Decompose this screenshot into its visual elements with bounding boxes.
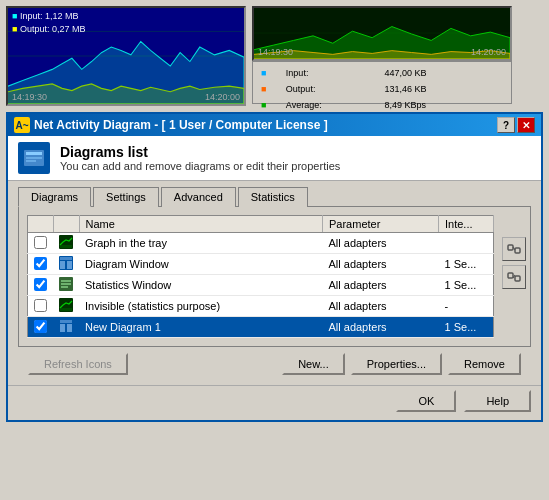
output-value-right: 131,46 KB <box>382 82 505 96</box>
row-checkbox[interactable] <box>34 236 47 249</box>
left-graph: ■ Input: 1,12 MB ■ Output: 0,27 MB Max: … <box>6 6 246 106</box>
title-bar-buttons: ? ✕ <box>497 117 535 133</box>
right-stats-panel: ■ Input: 447,00 KB ■ Output: 131,46 KB ■… <box>252 61 512 104</box>
col-parameter: Parameter <box>322 216 438 233</box>
title-bar-left: A~ Net Activity Diagram - [ 1 User / Com… <box>14 117 328 133</box>
row-parameter: All adapters <box>322 254 438 275</box>
link-up-button[interactable] <box>502 237 526 261</box>
row-checkbox[interactable] <box>34 278 47 291</box>
dialog-footer: OK Help <box>8 385 541 420</box>
svg-rect-23 <box>60 324 65 332</box>
row-icon <box>53 254 79 275</box>
row-checkbox[interactable] <box>34 299 47 312</box>
row-parameter: All adapters <box>322 275 438 296</box>
bottom-left-buttons: Refresh Icons <box>28 353 128 375</box>
avg-value-right: 8,49 KBps <box>382 98 505 112</box>
time-end-left: 14:20:00 <box>205 92 240 102</box>
svg-rect-14 <box>67 261 72 269</box>
link-down-icon <box>506 269 522 285</box>
title-bar: A~ Net Activity Diagram - [ 1 User / Com… <box>8 114 541 136</box>
refresh-icons-button[interactable]: Refresh Icons <box>28 353 128 375</box>
row-icon <box>53 296 79 317</box>
row-name: Statistics Window <box>79 275 322 296</box>
table-row[interactable]: Statistics WindowAll adapters1 Se... <box>28 275 494 296</box>
col-check <box>28 216 54 233</box>
close-button[interactable]: ✕ <box>517 117 535 133</box>
help-dialog-button[interactable]: Help <box>464 390 531 412</box>
row-name: Graph in the tray <box>79 233 322 254</box>
header-text: Diagrams list You can add and remove dia… <box>60 144 340 172</box>
row-parameter: All adapters <box>322 233 438 254</box>
row-interval: 1 Se... <box>439 317 494 338</box>
svg-rect-13 <box>60 261 65 269</box>
table-row[interactable]: New Diagram 1All adapters1 Se... <box>28 317 494 338</box>
input-label-text: Input: <box>20 11 43 21</box>
remove-button[interactable]: Remove <box>448 353 521 375</box>
dialog-header: Diagrams list You can add and remove dia… <box>8 136 541 181</box>
table-row[interactable]: Diagram WindowAll adapters1 Se... <box>28 254 494 275</box>
main-window: A~ Net Activity Diagram - [ 1 User / Com… <box>6 112 543 422</box>
bottom-right-buttons: New... Properties... Remove <box>282 353 521 375</box>
time-end-right: 14:20:00 <box>471 47 506 57</box>
time-start-right: 14:19:30 <box>258 47 293 57</box>
right-graph: 16 KB 8 KB 14:19:30 14:20:00 <box>252 6 512 61</box>
row-name: Diagram Window <box>79 254 322 275</box>
tab-settings[interactable]: Settings <box>93 187 159 207</box>
svg-rect-25 <box>508 245 513 250</box>
svg-rect-28 <box>508 273 513 278</box>
row-checkbox[interactable] <box>34 257 47 270</box>
input-value-right: 447,00 KB <box>382 66 505 80</box>
output-value: 0,27 MB <box>52 24 86 34</box>
avg-label-right: Average: <box>284 98 381 112</box>
time-axis-left: 14:19:30 14:20:00 <box>8 92 244 102</box>
row-name: Invisible (statistics purpose) <box>79 296 322 317</box>
input-dot-right: ■ <box>259 66 282 80</box>
row-interval: - <box>439 296 494 317</box>
table-row[interactable]: Graph in the trayAll adapters <box>28 233 494 254</box>
new-button[interactable]: New... <box>282 353 345 375</box>
graph-labels-left: ■ Input: 1,12 MB ■ Output: 0,27 MB <box>12 10 86 36</box>
row-interval <box>439 233 494 254</box>
tab-statistics[interactable]: Statistics <box>238 187 308 207</box>
svg-rect-20 <box>60 308 72 311</box>
col-interval: Inte... <box>439 216 494 233</box>
row-name: New Diagram 1 <box>79 317 322 338</box>
svg-rect-6 <box>26 152 42 155</box>
svg-rect-12 <box>60 257 72 260</box>
bottom-buttons: Refresh Icons New... Properties... Remov… <box>18 347 531 379</box>
input-label-right: Input: <box>284 66 381 80</box>
time-axis-right: 14:19:30 14:20:00 <box>254 47 510 57</box>
row-interval: 1 Se... <box>439 254 494 275</box>
help-button[interactable]: ? <box>497 117 515 133</box>
link-down-button[interactable] <box>502 265 526 289</box>
app-icon: A~ <box>14 117 30 133</box>
diagrams-list-desc: You can add and remove diagrams or edit … <box>60 160 340 172</box>
header-svg-icon <box>22 146 46 170</box>
tab-bar: Diagrams Settings Advanced Statistics <box>18 187 531 207</box>
output-dot: ■ <box>12 24 20 34</box>
output-label-text: Output: <box>20 24 50 34</box>
tab-diagrams[interactable]: Diagrams <box>18 187 91 207</box>
col-name: Name <box>79 216 322 233</box>
row-checkbox[interactable] <box>34 320 47 333</box>
diagrams-list-title: Diagrams list <box>60 144 340 160</box>
svg-rect-29 <box>515 276 520 281</box>
dialog-body: Diagrams Settings Advanced Statistics Na… <box>8 181 541 385</box>
row-interval: 1 Se... <box>439 275 494 296</box>
output-label-right: Output: <box>284 82 381 96</box>
input-dot: ■ <box>12 11 20 21</box>
diagrams-table: Name Parameter Inte... Graph in the tray… <box>27 215 494 338</box>
link-up-icon <box>506 241 522 257</box>
ok-button[interactable]: OK <box>396 390 456 412</box>
output-dot-right: ■ <box>259 82 282 96</box>
tab-content-diagrams: Name Parameter Inte... Graph in the tray… <box>18 206 531 347</box>
row-icon <box>53 233 79 254</box>
svg-rect-24 <box>67 324 72 332</box>
row-icon <box>53 275 79 296</box>
row-parameter: All adapters <box>322 296 438 317</box>
properties-button[interactable]: Properties... <box>351 353 442 375</box>
table-row[interactable]: Invisible (statistics purpose)All adapte… <box>28 296 494 317</box>
svg-rect-22 <box>60 320 72 323</box>
avg-dot-right: ■ <box>259 98 282 112</box>
tab-advanced[interactable]: Advanced <box>161 187 236 207</box>
